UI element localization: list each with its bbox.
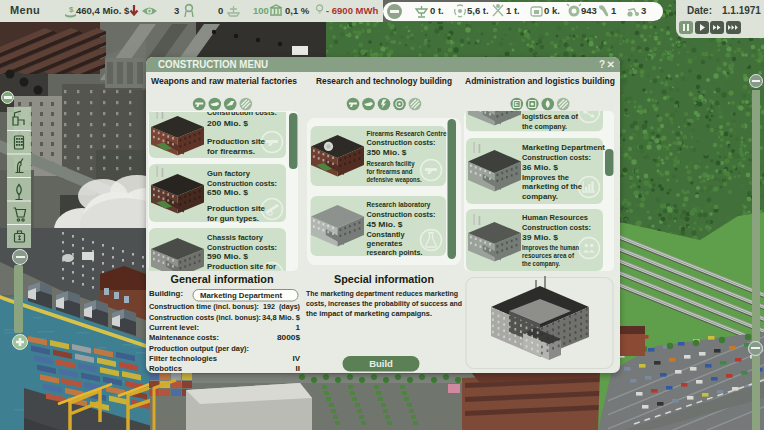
svg-text:Build: Build — [369, 358, 393, 369]
svg-text:Construction costs:: Construction costs: — [207, 243, 277, 252]
svg-text:200 Mio. $: 200 Mio. $ — [207, 119, 249, 128]
svg-text:Construction costs (incl. bonu: Construction costs (incl. bonus): — [149, 313, 261, 322]
svg-text:Production site for: Production site for — [207, 262, 276, 271]
svg-text:1: 1 — [296, 323, 301, 332]
svg-text:Construction costs:: Construction costs: — [522, 223, 591, 232]
svg-text:Current level:: Current level: — [149, 323, 199, 332]
svg-text:192 (days): 192 (days) — [263, 302, 300, 311]
svg-text:34,8 Mio. $: 34,8 Mio. $ — [262, 313, 301, 322]
svg-text:Marketing Department: Marketing Department — [200, 291, 282, 300]
svg-text:Special information: Special information — [334, 273, 434, 285]
svg-text:E: E — [515, 101, 519, 107]
svg-text:Production output (per day):: Production output (per day): — [149, 344, 249, 353]
svg-text:Maintenance costs:: Maintenance costs: — [149, 333, 219, 342]
svg-text:✕: ✕ — [607, 59, 615, 70]
svg-text:Construction costs:: Construction costs: — [367, 138, 436, 147]
svg-text:marketing of the: marketing of the — [522, 182, 582, 191]
svg-text:Research laboratory: Research laboratory — [367, 200, 432, 209]
svg-text:Human Resources: Human Resources — [522, 213, 588, 222]
svg-text:General information: General information — [171, 273, 274, 285]
svg-text:II: II — [296, 364, 300, 373]
svg-text:research points.: research points. — [367, 248, 423, 257]
svg-text:resources area of: resources area of — [522, 252, 575, 259]
svg-text:generates: generates — [367, 239, 403, 248]
svg-text:Gun factory: Gun factory — [207, 169, 251, 178]
svg-text:Firearms Research Centre: Firearms Research Centre — [367, 129, 447, 138]
svg-text:Research facility: Research facility — [367, 160, 415, 168]
svg-text:350 Mio. $: 350 Mio. $ — [367, 148, 408, 157]
svg-text:Production site: Production site — [207, 204, 266, 213]
svg-text:Construction costs:: Construction costs: — [522, 153, 591, 162]
svg-text:650 Mio. $: 650 Mio. $ — [207, 188, 249, 197]
svg-text:45 Mio. $: 45 Mio. $ — [367, 220, 404, 229]
svg-text:the company.: the company. — [522, 122, 567, 131]
svg-text:The marketing department reduc: The marketing department reduces marketi… — [306, 289, 458, 298]
svg-text:Constantly: Constantly — [367, 230, 406, 239]
svg-text:Marketing Department: Marketing Department — [522, 143, 605, 152]
svg-text:39 Mio. $: 39 Mio. $ — [522, 233, 559, 242]
svg-text:?: ? — [599, 59, 605, 70]
svg-text:Research and technology buildi: Research and technology building — [316, 75, 452, 86]
svg-text:costs, increases the probabili: costs, increases the probability of succ… — [306, 299, 462, 308]
svg-text:8000$: 8000$ — [277, 333, 301, 342]
svg-text:company.: company. — [522, 192, 558, 201]
svg-text:Construction costs:: Construction costs: — [367, 210, 436, 219]
svg-text:Improves the human: Improves the human — [522, 244, 579, 252]
svg-text:Construction costs:: Construction costs: — [207, 179, 277, 188]
svg-text:defensive weapons.: defensive weapons. — [367, 176, 422, 184]
svg-text:36 Mio. $: 36 Mio. $ — [522, 163, 559, 172]
svg-text:Filter technologies: Filter technologies — [149, 354, 218, 363]
svg-text:Robotics: Robotics — [149, 364, 183, 373]
svg-text:CONSTRUCTION MENU: CONSTRUCTION MENU — [158, 58, 268, 70]
svg-text:Construction time (incl. bonus: Construction time (incl. bonus): — [149, 302, 259, 311]
svg-text:Administration and logistics b: Administration and logistics building — [465, 75, 615, 86]
svg-text:590 Mio. $: 590 Mio. $ — [207, 252, 249, 261]
svg-text:logistics area of: logistics area of — [522, 112, 578, 121]
svg-text:the company.: the company. — [522, 260, 560, 268]
svg-text:Improves the: Improves the — [522, 173, 569, 182]
svg-text:Weapons and raw material facto: Weapons and raw material factories — [151, 75, 297, 86]
svg-text:for firearms and: for firearms and — [367, 168, 413, 175]
svg-text:Building:: Building: — [149, 289, 183, 298]
svg-text:the impact of marketing campai: the impact of marketing campaigns. — [306, 309, 432, 318]
svg-text:Chassis factory: Chassis factory — [207, 233, 264, 242]
svg-text:Production site: Production site — [207, 137, 266, 146]
svg-text:for gun types.: for gun types. — [207, 214, 259, 223]
svg-text:for firearms.: for firearms. — [207, 147, 255, 156]
svg-text:IV: IV — [292, 354, 300, 363]
